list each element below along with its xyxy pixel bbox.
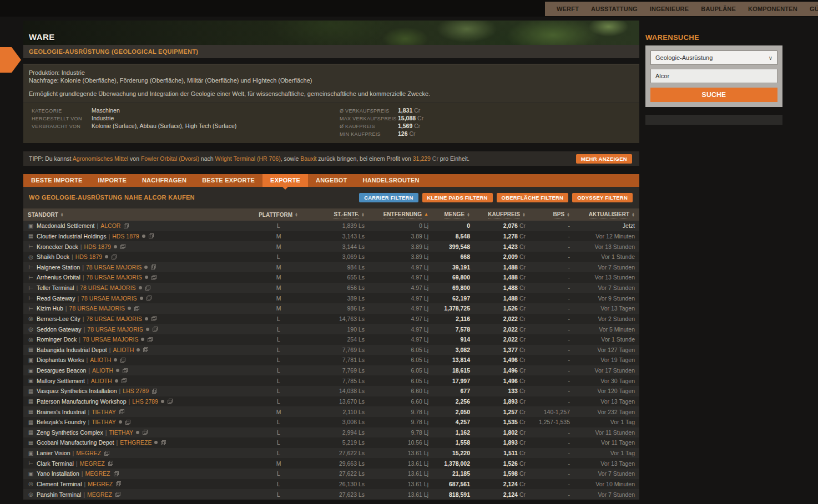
tip-link[interactable]: Fowler Orbital (Dvorsi)	[141, 155, 199, 162]
column-header-kaufpreis[interactable]: KAUFPREIS▲▼	[470, 211, 526, 218]
tab-beste-importe[interactable]: BESTE IMPORTE	[23, 174, 90, 187]
copy-icon[interactable]	[120, 358, 125, 363]
copy-icon[interactable]	[125, 420, 130, 425]
system-name-link[interactable]: MEGREZ	[87, 491, 112, 498]
copy-icon[interactable]	[120, 244, 125, 249]
table-row[interactable]: ◎Seddon Gateway|78 URSAE MAJORISL190 Ls4…	[23, 324, 639, 334]
system-name-link[interactable]: ALIOTH	[92, 367, 113, 374]
station-name-link[interactable]: Seddon Gateway	[37, 326, 82, 333]
station-name-link[interactable]: Panshin Terminal	[37, 491, 81, 498]
tip-link[interactable]: Wright Terminal (HR 706)	[215, 155, 281, 162]
table-row[interactable]: ▦Vasquez Synthetics Installation|LHS 278…	[23, 386, 639, 396]
nav-item-komponenten[interactable]: KOMPONENTEN	[742, 6, 804, 12]
system-name-link[interactable]: 78 URSAE MAJORIS	[86, 264, 142, 271]
system-name-link[interactable]: ALIOTH	[90, 357, 111, 363]
station-name-link[interactable]: Clement Terminal	[37, 481, 82, 487]
filter-button-kleine-pads-filtern[interactable]: KLEINE PADS FILTERN	[422, 193, 493, 202]
column-header-standort[interactable]: STANDORT▲▼	[23, 212, 259, 218]
station-name-link[interactable]: Cloutier Industrial Holdings	[37, 233, 106, 240]
system-name-link[interactable]: LHS 2789	[123, 388, 149, 394]
table-row[interactable]: ⊢Clark Terminal|MEGREZM29,663 Ls13.61 Lj…	[23, 458, 639, 469]
system-name-link[interactable]: 78 URSAE MAJORIS	[83, 336, 138, 343]
nav-item-baupläne[interactable]: BAUPLÄNE	[695, 6, 742, 12]
copy-icon[interactable]	[149, 233, 154, 238]
copy-icon[interactable]	[152, 316, 156, 321]
station-name-link[interactable]: Kronecker Dock	[37, 243, 78, 250]
system-name-link[interactable]: 78 URSAE MAJORIS	[80, 284, 135, 291]
system-name-link[interactable]: MEGREZ	[80, 460, 105, 467]
station-name-link[interactable]: Clark Terminal	[37, 460, 74, 467]
copy-icon[interactable]	[152, 275, 156, 280]
station-name-link[interactable]: Shaikh Dock	[37, 253, 69, 260]
table-row[interactable]: ▦Zeng Synthetics Complex|TIETHAYL2,994 L…	[23, 427, 639, 438]
column-header-menge[interactable]: MENGE▲▼	[428, 211, 470, 218]
commodity-select[interactable]: Geologie-Ausrüstung ∨	[650, 50, 777, 65]
nav-item-ingenieure[interactable]: INGENIEURE	[644, 6, 695, 12]
table-row[interactable]: ⊢Haignere Station|78 URSAE MAJORISM984 L…	[23, 262, 639, 273]
table-row[interactable]: ⊢Teller Terminal|78 URSAE MAJORISM656 Ls…	[23, 283, 639, 293]
table-row[interactable]: ⊢Kizim Hub|78 URSAE MAJORISM986 Ls4.97 L…	[23, 303, 639, 314]
column-header-plattform[interactable]: PLATTFORM▲▼	[259, 212, 298, 218]
station-name-link[interactable]: Vasquez Synthetics Installation	[37, 388, 117, 394]
system-name-link[interactable]: LHS 2789	[132, 398, 158, 405]
station-name-link[interactable]: Braines's Industrial	[37, 409, 85, 415]
search-button[interactable]: SUCHE	[650, 88, 777, 102]
system-name-link[interactable]: ALIOTH	[91, 378, 112, 384]
tab-importe[interactable]: IMPORTE	[90, 174, 134, 187]
system-name-link[interactable]: ETHGREZE	[120, 439, 152, 446]
table-row[interactable]: ◎Shaikh Dock|HDS 1879L3,069 Ls3.89 Lj668…	[23, 252, 639, 262]
column-header-aktualisiert[interactable]: AKTUALISIERT▲▼	[570, 211, 639, 218]
copy-icon[interactable]	[116, 481, 121, 486]
station-name-link[interactable]: Mallory Settlement	[37, 378, 85, 384]
filter-button-oberfläche-filtern[interactable]: OBERFLÄCHE FILTERN	[497, 193, 569, 202]
filter-button-odyssey-filtern[interactable]: ODYSSEY FILTERN	[572, 193, 633, 202]
system-name-link[interactable]: TIETHAY	[92, 419, 116, 425]
nav-item-güter[interactable]: GÜTER	[804, 6, 818, 12]
station-name-link[interactable]: Rominger Dock	[37, 336, 77, 343]
table-row[interactable]: ▦Paterson Manufacturing Workshop|LHS 278…	[23, 396, 639, 407]
station-name-link[interactable]: Gcobani Manufacturing Depot	[37, 439, 114, 446]
system-name-link[interactable]: 78 URSAE MAJORIS	[87, 315, 142, 322]
copy-icon[interactable]	[143, 347, 148, 352]
table-row[interactable]: ◎Berners-Lee City|78 URSAE MAJORISL14,76…	[23, 314, 639, 324]
tab-handelsrouten[interactable]: HANDELSROUTEN	[355, 174, 427, 187]
station-name-link[interactable]: Read Gateway	[37, 295, 75, 302]
system-name-link[interactable]: 78 URSAE MAJORIS	[87, 326, 143, 333]
tab-nachfragen[interactable]: NACHFRAGEN	[134, 174, 194, 187]
system-name-link[interactable]: 78 URSAE MAJORIS	[81, 295, 137, 302]
station-name-link[interactable]: Lanier Vision	[37, 450, 70, 456]
tab-exporte[interactable]: EXPORTE	[262, 174, 308, 187]
station-name-link[interactable]: Yano Installation	[37, 470, 79, 477]
table-row[interactable]: ▦Braines's Industrial|TIETHAYM2,110 Ls9.…	[23, 406, 639, 417]
copy-icon[interactable]	[114, 471, 119, 476]
table-row[interactable]: ▦Gcobani Manufacturing Depot|ETHGREZEL5,…	[23, 437, 639, 448]
table-row[interactable]: ◎Clement Terminal|MEGREZL26,130 Ls13.61 …	[23, 479, 639, 490]
copy-icon[interactable]	[124, 223, 129, 228]
system-name-link[interactable]: HDS 1879	[112, 233, 139, 240]
filter-button-carrier-filtern[interactable]: CARRIER FILTERN	[359, 193, 418, 202]
system-name-link[interactable]: HDS 1879	[84, 243, 110, 250]
station-name-link[interactable]: Belezjak's Foundry	[37, 419, 85, 425]
table-row[interactable]: ▣Lanier Vision|MEGREZL27,622 Ls13.61 Lj1…	[23, 448, 639, 459]
table-row[interactable]: ▣Desargues Beacon|ALIOTHL7,769 Ls6.05 Lj…	[23, 365, 639, 376]
copy-icon[interactable]	[104, 451, 109, 456]
tab-beste-exporte[interactable]: BESTE EXPORTE	[194, 174, 262, 187]
station-name-link[interactable]: Paterson Manufacturing Workshop	[37, 398, 126, 405]
reference-system-input[interactable]	[650, 69, 777, 83]
station-name-link[interactable]: Zeng Synthetics Complex	[37, 429, 103, 436]
tip-link[interactable]: Bauxit	[300, 155, 316, 162]
copy-icon[interactable]	[153, 327, 158, 332]
system-name-link[interactable]: ALIOTH	[113, 347, 134, 353]
station-name-link[interactable]: Arrhenius Orbital	[37, 274, 80, 281]
system-name-link[interactable]: HDS 1879	[75, 253, 102, 260]
copy-icon[interactable]	[134, 306, 139, 311]
table-row[interactable]: ▣Mallory Settlement|ALIOTHL7,785 Ls6.05 …	[23, 375, 639, 386]
column-header-st-entf-[interactable]: ST.-ENTF.▲▼	[298, 211, 365, 218]
station-name-link[interactable]: Macdonald Settlement	[37, 222, 94, 229]
copy-icon[interactable]	[122, 378, 127, 383]
station-name-link[interactable]: Babangida Industrial Depot	[37, 347, 107, 353]
system-name-link[interactable]: MEGREZ	[88, 481, 113, 487]
copy-icon[interactable]	[147, 296, 152, 301]
table-row[interactable]: ⊢Kronecker Dock|HDS 1879M3,144 Ls3.89 Lj…	[23, 241, 639, 252]
table-row[interactable]: ▣Yano Installation|MEGREZL27,622 Ls13.61…	[23, 469, 639, 479]
